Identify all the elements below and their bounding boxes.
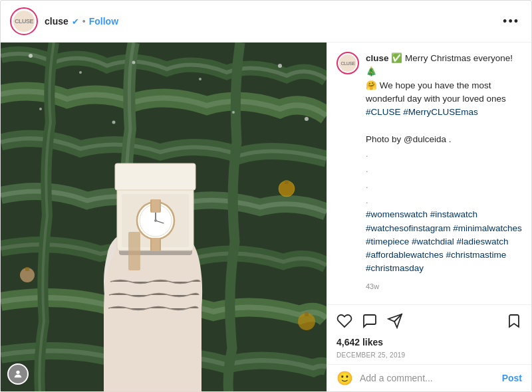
post-actions <box>327 304 531 334</box>
caption-content: cluse ✅ Merry Christmas everyone! 🎄🤗 We … <box>366 52 522 290</box>
caption-hashtag-cluse[interactable]: #CLUSE #MerryCLUSEmas <box>366 107 478 117</box>
post-date: DECEMBER 25, 2019 <box>327 350 531 364</box>
caption-photo-credit: Photo by @dulceida . <box>366 134 452 144</box>
header-username[interactable]: cluse <box>45 16 68 27</box>
svg-point-2 <box>79 71 82 74</box>
comment-input[interactable] <box>360 373 502 383</box>
comment-icon <box>362 313 378 329</box>
post-image <box>1 43 327 391</box>
caption-time: 43w <box>366 282 522 290</box>
caption-dots: .... <box>366 149 368 205</box>
caption-text: cluse ✅ Merry Christmas everyone! 🎄🤗 We … <box>366 53 522 273</box>
caption-avatar-image: CLUSE <box>339 54 356 72</box>
viewer-avatar[interactable] <box>7 363 29 385</box>
svg-point-33 <box>16 371 19 374</box>
header-username-row: cluse ✔ • Follow <box>45 16 500 27</box>
bookmark-button[interactable] <box>506 310 522 332</box>
svg-point-3 <box>132 61 136 64</box>
svg-point-4 <box>199 78 201 80</box>
dot-separator: • <box>82 16 86 27</box>
follow-button[interactable]: Follow <box>89 16 118 27</box>
svg-rect-31 <box>152 238 160 251</box>
svg-rect-20 <box>115 163 196 190</box>
svg-rect-29 <box>152 199 160 213</box>
post-container: CLUSE cluse ✔ • Follow ••• <box>0 0 532 392</box>
share-icon <box>387 313 403 329</box>
svg-rect-16 <box>305 312 309 316</box>
svg-point-8 <box>232 111 235 114</box>
header-avatar[interactable]: CLUSE <box>10 7 38 35</box>
header-avatar-image: CLUSE <box>13 10 35 33</box>
header-info: cluse ✔ • Follow <box>45 16 500 27</box>
more-options-button[interactable]: ••• <box>500 15 522 29</box>
like-button[interactable] <box>336 310 352 332</box>
svg-point-1 <box>29 54 33 58</box>
svg-rect-32 <box>128 232 140 270</box>
svg-point-6 <box>39 108 42 110</box>
caption-username[interactable]: cluse <box>366 53 389 63</box>
post-caption-area: CLUSE cluse ✅ Merry Christmas everyone! … <box>327 43 531 304</box>
likes-count: 4,642 likes <box>327 334 531 350</box>
svg-point-9 <box>305 117 309 121</box>
post-main: CLUSE cluse ✅ Merry Christmas everyone! … <box>1 43 531 391</box>
svg-rect-14 <box>25 267 29 271</box>
verified-icon: ✔ <box>72 17 79 27</box>
tree-decoration <box>1 43 327 391</box>
add-comment-area: 🙂 Post <box>327 364 531 391</box>
heart-icon <box>336 313 352 329</box>
emoji-button[interactable]: 🙂 <box>336 370 353 386</box>
add-reaction-area <box>336 297 522 304</box>
share-button[interactable] <box>387 310 403 332</box>
post-right-panel: CLUSE cluse ✅ Merry Christmas everyone! … <box>327 43 531 391</box>
svg-point-27 <box>154 219 157 222</box>
svg-point-5 <box>278 64 282 68</box>
caption-hashtags[interactable]: #womenswatch #instawatch #watchesofinsta… <box>366 209 522 273</box>
caption-avatar[interactable]: CLUSE <box>336 52 359 74</box>
action-icons-row <box>336 310 522 332</box>
svg-point-7 <box>112 121 116 124</box>
comment-button[interactable] <box>362 310 378 332</box>
post-image-bg <box>1 43 327 391</box>
bookmark-icon <box>506 313 522 329</box>
post-comment-button[interactable]: Post <box>502 373 522 383</box>
caption-header: CLUSE cluse ✅ Merry Christmas everyone! … <box>336 52 522 290</box>
post-header: CLUSE cluse ✔ • Follow ••• <box>1 1 531 43</box>
svg-rect-12 <box>285 180 289 184</box>
